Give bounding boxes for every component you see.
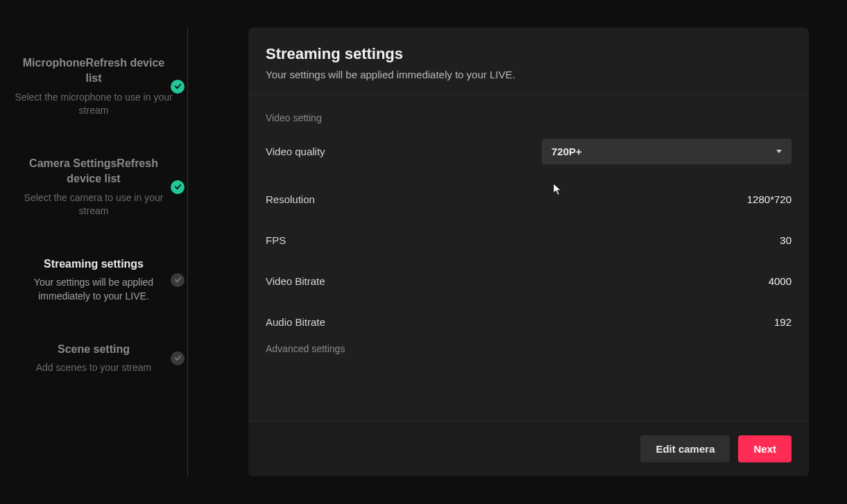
section-label-video: Video setting xyxy=(266,112,792,123)
streaming-settings-panel: Streaming settings Your settings will be… xyxy=(248,28,809,476)
panel-footer: Edit camera Next xyxy=(248,421,809,476)
step-subtitle: Your settings will be applied immediatel… xyxy=(14,276,173,303)
step-camera[interactable]: Camera SettingsRefresh device list Selec… xyxy=(14,156,194,218)
video-quality-value: 720P+ xyxy=(551,146,582,157)
audio-bitrate-value: 192 xyxy=(774,316,792,328)
step-subtitle: Select the microphone to use in your str… xyxy=(14,91,173,118)
resolution-value: 1280*720 xyxy=(747,193,792,205)
check-icon xyxy=(171,273,185,287)
step-title: Scene setting xyxy=(14,342,173,357)
step-streaming-settings[interactable]: Streaming settings Your settings will be… xyxy=(14,257,194,304)
video-quality-label: Video quality xyxy=(266,146,325,157)
section-label-advanced: Advanced settings xyxy=(266,343,792,354)
panel-title: Streaming settings xyxy=(266,45,792,63)
step-title: MicrophoneRefresh device list xyxy=(14,55,173,87)
resolution-label: Resolution xyxy=(266,193,315,205)
panel-body[interactable]: Video setting Video quality 720P+ Resolu… xyxy=(248,95,809,421)
step-subtitle: Select the camera to use in your stream xyxy=(14,191,173,218)
panel-subtitle: Your settings will be applied immediatel… xyxy=(266,69,792,80)
step-title: Streaming settings xyxy=(14,257,173,272)
fps-value: 30 xyxy=(780,234,792,246)
row-video-bitrate: Video Bitrate 4000 xyxy=(266,275,792,287)
setup-steps-sidebar: MicrophoneRefresh device list Select the… xyxy=(0,0,208,504)
video-bitrate-label: Video Bitrate xyxy=(266,275,325,287)
row-video-quality: Video quality 720P+ xyxy=(266,139,792,164)
chevron-down-icon xyxy=(776,150,782,153)
audio-bitrate-label: Audio Bitrate xyxy=(266,316,325,328)
video-quality-select[interactable]: 720P+ xyxy=(542,139,792,164)
check-icon xyxy=(171,80,185,94)
row-resolution: Resolution 1280*720 xyxy=(266,193,792,205)
step-microphone[interactable]: MicrophoneRefresh device list Select the… xyxy=(14,55,194,118)
step-subtitle: Add scenes to your stream xyxy=(14,361,173,375)
video-bitrate-value: 4000 xyxy=(769,275,792,287)
step-title: Camera SettingsRefresh device list xyxy=(14,156,173,187)
row-audio-bitrate: Audio Bitrate 192 xyxy=(266,316,792,328)
step-scene-setting[interactable]: Scene setting Add scenes to your stream xyxy=(14,342,194,375)
fps-label: FPS xyxy=(266,234,286,246)
panel-header: Streaming settings Your settings will be… xyxy=(248,28,809,95)
row-fps: FPS 30 xyxy=(266,234,792,246)
next-button[interactable]: Next xyxy=(738,435,792,462)
check-icon xyxy=(171,351,185,365)
check-icon xyxy=(171,180,185,194)
edit-camera-button[interactable]: Edit camera xyxy=(640,435,730,462)
